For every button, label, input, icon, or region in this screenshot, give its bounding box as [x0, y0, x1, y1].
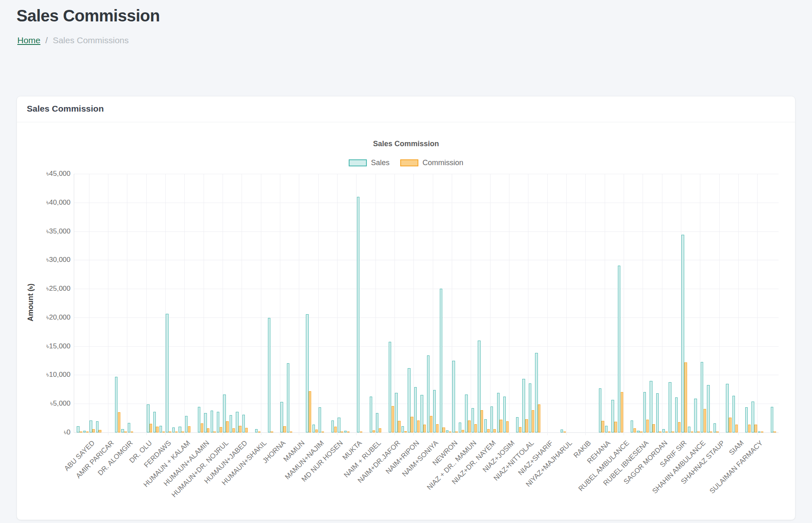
bar-commission[interactable] [156, 427, 158, 432]
bar-commission[interactable] [697, 432, 699, 432]
bar-sales[interactable] [344, 431, 347, 432]
bar-sales[interactable] [745, 407, 748, 432]
bar-commission[interactable] [506, 421, 509, 432]
bar-commission[interactable] [201, 423, 203, 432]
bar-commission[interactable] [220, 427, 222, 432]
bar-sales[interactable] [414, 387, 417, 432]
bar-commission[interactable] [340, 432, 343, 432]
bar-commission[interactable] [430, 416, 432, 432]
bar-sales[interactable] [331, 420, 334, 432]
bar-sales[interactable] [643, 392, 646, 432]
bar-sales[interactable] [376, 413, 378, 432]
bar-sales[interactable] [707, 385, 709, 432]
bar-sales[interactable] [484, 419, 487, 432]
bar-sales[interactable] [490, 406, 493, 432]
bar-sales[interactable] [440, 289, 442, 432]
bar-sales[interactable] [522, 379, 525, 432]
bar-sales[interactable] [599, 388, 601, 432]
bar-sales[interactable] [370, 397, 372, 432]
bar-sales[interactable] [306, 314, 308, 432]
bar-sales[interactable] [287, 363, 289, 432]
bar-commission[interactable] [290, 432, 292, 432]
bar-commission[interactable] [213, 432, 216, 432]
bar-commission[interactable] [455, 432, 458, 432]
bar-commission[interactable] [309, 391, 311, 432]
bar-sales[interactable] [771, 407, 773, 432]
bar-sales[interactable] [637, 431, 639, 432]
bar-sales[interactable] [681, 235, 684, 432]
bar-sales[interactable] [459, 423, 461, 432]
bar-sales[interactable] [389, 342, 391, 432]
bar-commission[interactable] [379, 428, 381, 432]
breadcrumb-home-link[interactable]: Home [17, 35, 40, 45]
bar-commission[interactable] [404, 431, 407, 432]
bar-sales[interactable] [726, 384, 728, 432]
bar-commission[interactable] [392, 406, 394, 432]
bar-sales[interactable] [732, 396, 735, 432]
bar-commission[interactable] [493, 429, 496, 432]
bar-commission[interactable] [232, 428, 235, 432]
bar-sales[interactable] [465, 395, 467, 432]
bar-commission[interactable] [532, 410, 534, 432]
bar-commission[interactable] [258, 432, 260, 432]
bar-sales[interactable] [631, 420, 633, 432]
bar-commission[interactable] [124, 432, 127, 432]
bar-commission[interactable] [360, 432, 362, 432]
bar-sales[interactable] [420, 395, 423, 432]
bar-sales[interactable] [319, 407, 321, 432]
bar-sales[interactable] [198, 407, 200, 432]
bar-commission[interactable] [398, 421, 400, 432]
bar-sales[interactable] [452, 361, 455, 432]
bar-sales[interactable] [758, 432, 760, 432]
bar-commission[interactable] [538, 404, 540, 432]
bar-sales[interactable] [497, 393, 500, 432]
bar-commission[interactable] [481, 410, 483, 432]
bar-sales[interactable] [83, 431, 86, 432]
bar-commission[interactable] [614, 422, 617, 432]
bar-commission[interactable] [563, 432, 566, 432]
bar-commission[interactable] [442, 427, 445, 432]
bar-sales[interactable] [516, 417, 519, 432]
bar-commission[interactable] [671, 432, 674, 432]
bar-sales[interactable] [121, 429, 124, 432]
bar-commission[interactable] [525, 419, 528, 432]
bar-commission[interactable] [704, 409, 706, 432]
bar-commission[interactable] [417, 420, 420, 432]
bar-commission[interactable] [92, 429, 95, 432]
bar-sales[interactable] [446, 430, 448, 432]
bar-sales[interactable] [312, 425, 315, 432]
bar-commission[interactable] [169, 432, 171, 432]
bar-commission[interactable] [423, 425, 426, 432]
bar-commission[interactable] [487, 429, 490, 432]
bar-sales[interactable] [662, 429, 665, 432]
bar-sales[interactable] [153, 412, 156, 432]
bar-sales[interactable] [268, 318, 270, 432]
bar-commission[interactable] [162, 432, 165, 432]
bar-sales[interactable] [472, 408, 474, 432]
bar-commission[interactable] [175, 432, 178, 432]
bar-commission[interactable] [118, 412, 120, 432]
bar-sales[interactable] [478, 341, 480, 432]
bar-commission[interactable] [462, 430, 464, 432]
bar-commission[interactable] [729, 418, 731, 432]
bar-sales[interactable] [230, 415, 232, 432]
bar-sales[interactable] [160, 426, 162, 432]
bar-commission[interactable] [283, 426, 286, 432]
bar-commission[interactable] [761, 432, 763, 432]
bar-sales[interactable] [223, 395, 225, 432]
bar-sales[interactable] [529, 383, 531, 432]
bar-commission[interactable] [411, 417, 413, 432]
bar-sales[interactable] [115, 377, 117, 432]
bar-sales[interactable] [701, 362, 703, 432]
bar-commission[interactable] [270, 432, 273, 432]
bar-sales[interactable] [618, 266, 620, 432]
bar-commission[interactable] [659, 432, 661, 432]
bar-sales[interactable] [751, 402, 754, 432]
bar-commission[interactable] [334, 427, 337, 432]
bar-sales[interactable] [255, 429, 258, 432]
bar-sales[interactable] [535, 353, 537, 432]
bar-commission[interactable] [710, 432, 712, 432]
bar-sales[interactable] [401, 426, 404, 432]
bar-sales[interactable] [185, 416, 188, 432]
bar-commission[interactable] [608, 432, 610, 432]
